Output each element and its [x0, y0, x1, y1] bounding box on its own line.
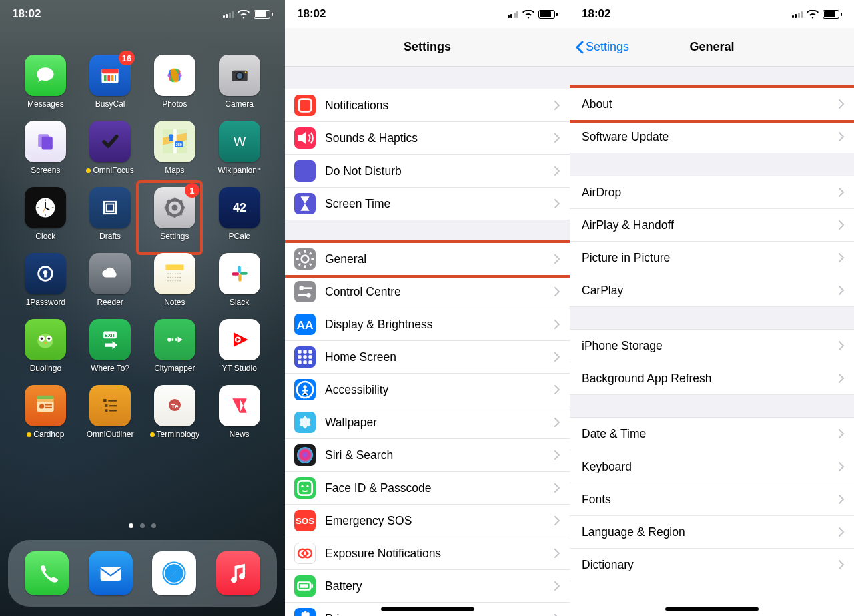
- terminology-icon: Te: [154, 385, 195, 426]
- row-about[interactable]: About: [570, 88, 854, 121]
- svg-rect-127: [311, 584, 313, 587]
- screens-icon: [25, 121, 66, 162]
- svg-point-88: [302, 102, 305, 105]
- cellular-icon: [792, 10, 803, 18]
- app-label: Camera: [225, 99, 254, 109]
- row-pip[interactable]: Picture in Picture: [570, 242, 854, 274]
- row-accessibility[interactable]: Accessibility: [285, 374, 570, 406]
- app-1password[interactable]: 1Password: [17, 253, 73, 307]
- row-airplay[interactable]: AirPlay & Handoff: [570, 209, 854, 242]
- row-label: Exposure Notifications: [325, 547, 545, 561]
- row-control[interactable]: Control Centre: [285, 276, 570, 308]
- row-dnd[interactable]: Do Not Disturb: [285, 155, 570, 188]
- app-omnioutliner[interactable]: OmniOutliner: [82, 385, 138, 439]
- app-whereto[interactable]: EXITWhere To?: [82, 319, 138, 373]
- app-messages[interactable]: Messages: [17, 55, 73, 109]
- home-indicator[interactable]: [381, 607, 474, 611]
- app-label: YT Studio: [222, 364, 256, 373]
- chevron-icon: [839, 188, 845, 197]
- row-label: iPhone Storage: [582, 339, 829, 353]
- page-indicator[interactable]: [0, 523, 285, 528]
- dock-mail[interactable]: [89, 551, 133, 595]
- app-pcalc[interactable]: 42PCalc: [211, 187, 268, 241]
- dock-safari[interactable]: [152, 551, 196, 595]
- svg-rect-2: [104, 75, 107, 81]
- app-label: News: [230, 430, 250, 439]
- dock-phone[interactable]: [25, 551, 69, 595]
- row-display[interactable]: AADisplay & Brightness: [285, 308, 570, 341]
- row-carplay[interactable]: CarPlay: [570, 274, 854, 307]
- app-photos[interactable]: Photos: [147, 55, 203, 109]
- row-label: Control Centre: [325, 285, 545, 299]
- row-label: Privacy: [325, 612, 545, 617]
- app-clock[interactable]: Clock: [17, 187, 73, 241]
- svg-rect-38: [181, 207, 185, 209]
- row-bgrefresh[interactable]: Background App Refresh: [570, 362, 854, 395]
- app-drafts[interactable]: Drafts: [82, 187, 138, 241]
- row-wallpaper[interactable]: Wallpaper: [285, 406, 570, 439]
- row-sounds[interactable]: Sounds & Haptics: [285, 122, 570, 155]
- row-notifications[interactable]: Notifications: [285, 89, 570, 122]
- row-screentime[interactable]: Screen Time: [285, 188, 570, 220]
- row-exposure[interactable]: Exposure Notifications: [285, 537, 570, 570]
- chevron-icon: [554, 166, 560, 176]
- app-duolingo[interactable]: Duolingo: [17, 319, 73, 373]
- app-reeder[interactable]: Reeder: [82, 253, 138, 307]
- svg-text:SOS: SOS: [296, 516, 314, 526]
- row-storage[interactable]: iPhone Storage: [570, 330, 854, 362]
- app-citymapper[interactable]: Citymapper: [147, 319, 203, 373]
- row-homescreen[interactable]: Home Screen: [285, 341, 570, 374]
- svg-point-59: [41, 337, 43, 340]
- app-ytstudio[interactable]: YT Studio: [211, 319, 268, 373]
- app-cardhop[interactable]: Cardhop: [17, 385, 73, 439]
- news-icon: [219, 385, 260, 426]
- app-maps[interactable]: 280Maps: [147, 121, 203, 175]
- home-indicator[interactable]: [665, 607, 759, 611]
- app-settings[interactable]: 1Settings: [147, 187, 203, 241]
- faceid-icon: [294, 477, 316, 499]
- row-datetime[interactable]: Date & Time: [570, 418, 854, 450]
- chevron-icon: [554, 450, 560, 460]
- row-sos[interactable]: SOSEmergency SOS: [285, 505, 570, 537]
- dock: [8, 540, 277, 607]
- status-bar: 18:02: [285, 0, 570, 28]
- app-screens[interactable]: Screens: [17, 121, 73, 175]
- row-battery[interactable]: Battery: [285, 570, 570, 603]
- row-label: Notifications: [325, 99, 545, 113]
- privacy-icon: [294, 608, 316, 616]
- back-button[interactable]: Settings: [575, 28, 629, 66]
- dock-music[interactable]: [216, 551, 260, 595]
- row-general[interactable]: General: [285, 243, 570, 276]
- svg-rect-52: [238, 266, 241, 273]
- page-title: Settings: [404, 40, 451, 54]
- chevron-icon: [554, 418, 560, 427]
- app-terminology[interactable]: TeTerminology: [147, 385, 203, 439]
- row-airdrop[interactable]: AirDrop: [570, 176, 854, 209]
- app-label: Screens: [31, 166, 60, 175]
- app-notes[interactable]: Notes: [147, 253, 203, 307]
- app-camera[interactable]: Camera: [211, 55, 268, 109]
- svg-rect-111: [308, 360, 312, 364]
- app-label: Settings: [160, 232, 189, 241]
- row-label: AirDrop: [582, 186, 829, 200]
- chevron-icon: [839, 527, 845, 537]
- svg-point-56: [38, 334, 53, 348]
- app-slack[interactable]: Slack: [211, 253, 268, 307]
- row-dict[interactable]: Dictionary: [570, 549, 854, 581]
- svg-rect-35: [174, 198, 176, 201]
- svg-rect-47: [45, 273, 47, 277]
- svg-rect-78: [109, 410, 117, 411]
- row-label: Screen Time: [325, 197, 545, 211]
- app-busycal[interactable]: 16BusyCal: [82, 55, 138, 109]
- app-news[interactable]: News: [211, 385, 268, 439]
- app-omnifocus[interactable]: OmniFocus: [82, 121, 138, 175]
- row-lang[interactable]: Language & Region: [570, 516, 854, 549]
- app-wikipanion[interactable]: WWikipanion⁺: [211, 121, 268, 175]
- svg-text:AA: AA: [296, 318, 314, 332]
- row-update[interactable]: Software Update: [570, 121, 854, 153]
- row-faceid[interactable]: Face ID & Passcode: [285, 472, 570, 505]
- row-fonts[interactable]: Fonts: [570, 483, 854, 516]
- app-label: Photos: [162, 99, 187, 109]
- row-keyboard[interactable]: Keyboard: [570, 450, 854, 483]
- row-siri[interactable]: Siri & Search: [285, 439, 570, 472]
